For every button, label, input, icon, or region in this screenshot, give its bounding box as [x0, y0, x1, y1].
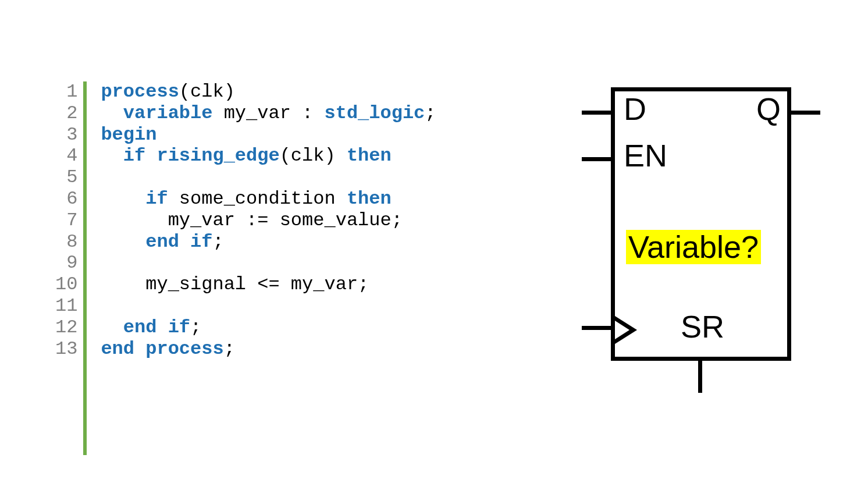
code-line: end if;	[101, 317, 436, 339]
pin-clk-line	[582, 326, 611, 330]
line-number: 3	[55, 125, 77, 146]
code-line: my_signal <= my_var;	[101, 274, 436, 296]
code-line: end if;	[101, 232, 436, 253]
flipflop-diagram: D Q EN Variable? SR	[582, 87, 814, 413]
code-line	[101, 296, 436, 317]
code-block: 1 2 3 4 5 6 7 8 9 10 11 12 13 process(cl…	[55, 81, 436, 455]
line-number: 10	[55, 274, 77, 296]
label-d: D	[624, 91, 646, 127]
code-line	[101, 253, 436, 274]
clock-triangle-icon	[615, 321, 629, 339]
line-number: 1	[55, 81, 77, 103]
line-number: 6	[55, 189, 77, 210]
code-line: my_var := some_value;	[101, 210, 436, 232]
code-line: if rising_edge(clk) then	[101, 145, 436, 167]
line-number: 11	[55, 296, 77, 317]
line-number: 9	[55, 253, 77, 274]
line-number: 8	[55, 232, 77, 253]
line-number-gutter: 1 2 3 4 5 6 7 8 9 10 11 12 13	[55, 81, 87, 455]
pin-en-line	[582, 157, 611, 161]
code-line: variable my_var : std_logic;	[101, 103, 436, 125]
code-line	[101, 167, 436, 189]
code-line: begin	[101, 125, 436, 146]
code-line: end process;	[101, 339, 436, 360]
label-variable-highlight: Variable?	[626, 230, 761, 264]
code-line: process(clk)	[101, 81, 436, 103]
label-sr: SR	[681, 308, 724, 345]
pin-sr-line	[698, 361, 702, 393]
line-number: 5	[55, 167, 77, 189]
code-lines: process(clk) variable my_var : std_logic…	[87, 81, 436, 455]
line-number: 12	[55, 317, 77, 339]
line-number: 2	[55, 103, 77, 125]
pin-d-line	[582, 111, 611, 115]
code-line: if some_condition then	[101, 189, 436, 210]
pin-q-line	[791, 111, 820, 115]
line-number: 7	[55, 210, 77, 232]
label-en: EN	[624, 137, 667, 173]
label-q: Q	[756, 91, 781, 127]
line-number: 4	[55, 145, 77, 167]
line-number: 13	[55, 339, 77, 360]
